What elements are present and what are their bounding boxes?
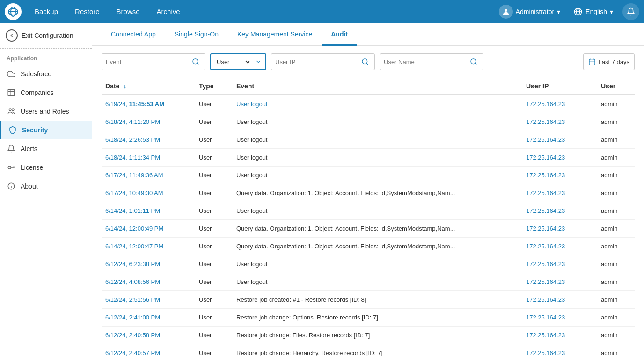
cell-ip[interactable]: 172.25.164.23 (522, 113, 597, 131)
sidebar-item-users-roles[interactable]: Users and Roles (0, 102, 92, 121)
sidebar-item-companies[interactable]: Companies (0, 83, 92, 102)
cell-type: User (195, 309, 233, 327)
user-name-filter[interactable] (380, 53, 483, 70)
audit-table-container: Date ↓ Type Event User IP User 6/19/24, … (92, 78, 644, 363)
event-input[interactable] (106, 58, 190, 65)
svg-line-17 (197, 63, 198, 65)
nav-browse[interactable]: Browse (108, 0, 148, 23)
lang-label: English (585, 8, 607, 15)
filters-bar: User System All Last 7 d (92, 46, 644, 78)
building-icon (7, 88, 16, 97)
user-ip-filter[interactable] (271, 53, 375, 70)
cell-ip[interactable]: 172.25.164.23 (522, 291, 597, 309)
cell-ip[interactable]: 172.25.164.23 (522, 131, 597, 149)
user-name: Administrator (516, 8, 554, 15)
sidebar-label-companies: Companies (21, 89, 54, 96)
sidebar-label-security: Security (22, 126, 48, 134)
event-filter[interactable] (102, 53, 205, 70)
cell-ip[interactable]: 172.25.164.23 (522, 344, 597, 362)
lang-chevron: ▾ (610, 8, 613, 15)
table-row: 6/12/24, 2:40:58 PMUserRestore job chang… (102, 327, 635, 344)
bell-icon (7, 144, 16, 153)
nav-restore[interactable]: Restore (66, 0, 108, 23)
cell-user: admin (597, 167, 635, 184)
tab-audit[interactable]: Audit (322, 23, 357, 46)
svg-line-21 (475, 63, 476, 65)
shield-icon (8, 125, 17, 135)
tab-connected-app[interactable]: Connected App (102, 23, 165, 46)
cell-ip[interactable]: 172.25.164.23 (522, 95, 597, 113)
cell-ip[interactable]: 172.25.164.23 (522, 220, 597, 238)
cell-ip[interactable]: 172.25.164.23 (522, 238, 597, 255)
cell-event[interactable]: User logout (233, 95, 522, 113)
notifications-button[interactable] (622, 3, 639, 20)
nav-archive[interactable]: Archive (148, 0, 189, 23)
calendar-icon (588, 58, 596, 65)
cell-date: 6/12/24, 4:08:56 PM (102, 273, 195, 291)
cell-ip[interactable]: 172.25.164.23 (522, 202, 597, 220)
cell-user: admin (597, 327, 635, 344)
type-filter[interactable]: User System All (210, 53, 266, 70)
lang-selector[interactable]: English ▾ (568, 7, 619, 16)
sort-date-icon: ↓ (123, 82, 126, 90)
exit-configuration-button[interactable]: Exit Configuration (0, 23, 92, 49)
cell-ip[interactable]: 172.25.164.23 (522, 167, 597, 184)
cell-type: User (195, 255, 233, 273)
svg-rect-22 (589, 59, 595, 65)
cell-event: User logout (233, 255, 522, 273)
cell-ip[interactable]: 172.25.164.23 (522, 149, 597, 167)
cell-date: 6/14/24, 1:01:11 PM (102, 202, 195, 220)
type-select[interactable]: User System All (215, 58, 251, 66)
back-icon (6, 29, 18, 42)
sidebar-label-alerts: Alerts (21, 145, 37, 152)
cell-ip[interactable]: 172.25.164.23 (522, 309, 597, 327)
cell-type: User (195, 291, 233, 309)
cell-date: 6/14/24, 12:00:49 PM (102, 220, 195, 238)
cell-ip[interactable]: 172.25.164.23 (522, 255, 597, 273)
app-logo[interactable] (5, 3, 22, 20)
cell-event: Restore job change: Options. Restore rec… (233, 309, 522, 327)
sidebar-item-about[interactable]: About (0, 177, 92, 196)
sidebar-item-security[interactable]: Security (0, 121, 92, 139)
sidebar-item-alerts[interactable]: Alerts (0, 139, 92, 158)
table-row: 6/18/24, 1:11:34 PMUserUser logout172.25… (102, 149, 635, 167)
cell-event: User logout (233, 113, 522, 131)
table-row: 6/18/24, 2:26:53 PMUserUser logout172.25… (102, 131, 635, 149)
sidebar-item-salesforce[interactable]: Salesforce (0, 65, 92, 83)
table-row: 6/14/24, 1:01:11 PMUserUser logout172.25… (102, 202, 635, 220)
cell-type: User (195, 95, 233, 113)
sidebar-label-about: About (21, 182, 38, 190)
username-search-button[interactable] (468, 58, 479, 65)
cell-date: 6/12/24, 2:41:00 PM (102, 309, 195, 327)
cell-type: User (195, 344, 233, 362)
date-range-filter[interactable]: Last 7 days (583, 53, 635, 70)
sidebar-item-license[interactable]: License (0, 158, 92, 177)
cell-event: User logout (233, 202, 522, 220)
cell-ip[interactable]: 172.25.164.23 (522, 184, 597, 202)
col-header-ip: User IP (522, 78, 597, 95)
cell-event: User logout (233, 167, 522, 184)
col-header-date[interactable]: Date ↓ (102, 78, 195, 95)
cell-type: User (195, 131, 233, 149)
user-ip-input[interactable] (275, 58, 359, 65)
col-header-user: User (597, 78, 635, 95)
cell-ip[interactable]: 172.25.164.23 (522, 273, 597, 291)
table-row: 6/12/24, 2:51:56 PMUserRestore job creat… (102, 291, 635, 309)
event-search-button[interactable] (190, 58, 201, 65)
cell-user: admin (597, 344, 635, 362)
user-name-input[interactable] (384, 58, 468, 65)
svg-point-18 (362, 59, 367, 64)
select-chevron-icon (255, 58, 262, 65)
tab-key-management[interactable]: Key Management Service (228, 23, 322, 46)
cell-ip[interactable]: 172.25.164.23 (522, 327, 597, 344)
nav-backup[interactable]: Backup (26, 0, 66, 23)
user-menu[interactable]: Administrator ▾ (493, 5, 566, 19)
main-layout: Exit Configuration Application Salesforc… (0, 23, 644, 363)
cell-event: Query data. Organization: 1. Object: Acc… (233, 220, 522, 238)
cell-date: 6/19/24, 11:45:53 AM (102, 95, 195, 113)
cell-date: 6/18/24, 1:11:34 PM (102, 149, 195, 167)
cell-event: Query data. Organization: 1. Object: Acc… (233, 238, 522, 255)
ip-search-button[interactable] (359, 58, 371, 65)
tab-single-sign-on[interactable]: Single Sign-On (165, 23, 228, 46)
cell-user: admin (597, 255, 635, 273)
